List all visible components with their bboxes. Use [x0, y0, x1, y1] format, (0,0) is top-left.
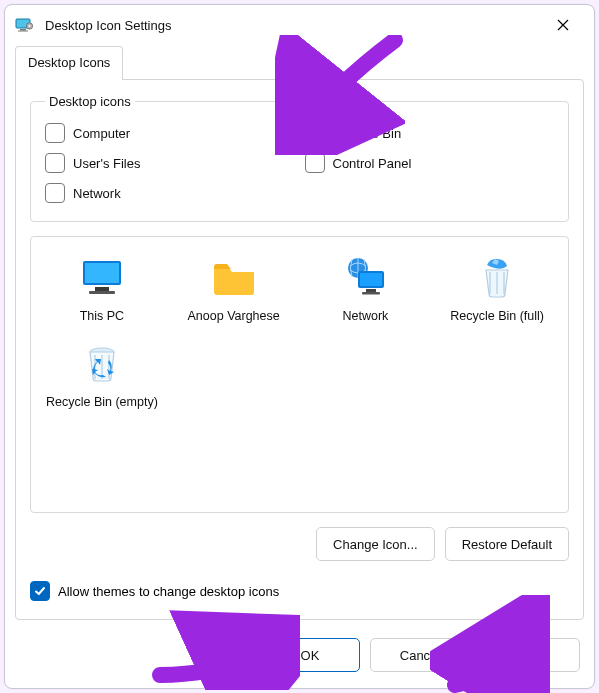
svg-rect-8 — [89, 291, 115, 294]
checkbox-network[interactable]: Network — [45, 183, 295, 203]
cancel-button[interactable]: Cancel — [370, 638, 470, 672]
svg-rect-12 — [366, 289, 376, 292]
preview-user-folder[interactable]: Anoop Varghese — [171, 249, 297, 329]
preview-recycle-bin-full[interactable]: Recycle Bin (full) — [434, 249, 560, 329]
tab-desktop-icons[interactable]: Desktop Icons — [15, 46, 123, 80]
close-button[interactable] — [540, 9, 586, 41]
tab-panel: Desktop icons Computer Recycle Bin User'… — [15, 79, 584, 620]
display-settings-icon — [15, 15, 35, 35]
checkbox-allow-themes[interactable]: Allow themes to change desktop icons — [30, 581, 569, 601]
checkbox-recycle-bin[interactable]: Recycle Bin — [305, 123, 555, 143]
icon-label: Network — [342, 309, 388, 325]
dialog-title: Desktop Icon Settings — [45, 18, 540, 33]
icon-label: Anoop Varghese — [188, 309, 280, 325]
checkbox-label: Control Panel — [333, 156, 412, 171]
preview-this-pc[interactable]: This PC — [39, 249, 165, 329]
checkbox-box[interactable] — [45, 123, 65, 143]
checkbox-box[interactable] — [45, 153, 65, 173]
icon-label: This PC — [80, 309, 124, 325]
icon-label: Recycle Bin (full) — [450, 309, 544, 325]
recycle-bin-empty-icon — [77, 339, 127, 389]
checkbox-label: Allow themes to change desktop icons — [58, 584, 279, 599]
svg-rect-2 — [18, 31, 28, 32]
svg-rect-13 — [362, 292, 380, 295]
checkbox-control-panel[interactable]: Control Panel — [305, 153, 555, 173]
change-icon-button[interactable]: Change Icon... — [316, 527, 435, 561]
icon-action-row: Change Icon... Restore Default — [30, 527, 569, 561]
network-icon — [340, 253, 390, 303]
checkbox-box[interactable] — [30, 581, 50, 601]
svg-rect-11 — [360, 273, 382, 286]
svg-point-4 — [29, 25, 31, 27]
checkbox-users-files[interactable]: User's Files — [45, 153, 295, 173]
folder-icon — [209, 253, 259, 303]
checkbox-box[interactable] — [305, 153, 325, 173]
checkbox-box[interactable] — [45, 183, 65, 203]
svg-rect-1 — [20, 29, 26, 31]
dialog-button-bar: OK Cancel Apply — [5, 630, 594, 688]
icon-label: Recycle Bin (empty) — [46, 395, 158, 411]
icon-preview-panel: This PC Anoop Varghese Networ — [30, 236, 569, 513]
preview-network[interactable]: Network — [303, 249, 429, 329]
tab-strip: Desktop Icons — [5, 45, 594, 79]
restore-default-button[interactable]: Restore Default — [445, 527, 569, 561]
checkbox-box[interactable] — [305, 123, 325, 143]
group-legend: Desktop icons — [45, 94, 135, 109]
svg-rect-6 — [85, 263, 119, 283]
recycle-bin-full-icon — [472, 253, 522, 303]
desktop-icon-settings-dialog: Desktop Icon Settings Desktop Icons Desk… — [4, 4, 595, 689]
titlebar: Desktop Icon Settings — [5, 5, 594, 45]
checkbox-label: Network — [73, 186, 121, 201]
checkbox-label: User's Files — [73, 156, 141, 171]
apply-button[interactable]: Apply — [480, 638, 580, 672]
svg-rect-7 — [95, 287, 109, 291]
checkbox-label: Recycle Bin — [333, 126, 402, 141]
preview-recycle-bin-empty[interactable]: Recycle Bin (empty) — [39, 335, 165, 415]
desktop-icons-group: Desktop icons Computer Recycle Bin User'… — [30, 94, 569, 222]
checkbox-computer[interactable]: Computer — [45, 123, 295, 143]
checkbox-label: Computer — [73, 126, 130, 141]
ok-button[interactable]: OK — [260, 638, 360, 672]
computer-icon — [77, 253, 127, 303]
